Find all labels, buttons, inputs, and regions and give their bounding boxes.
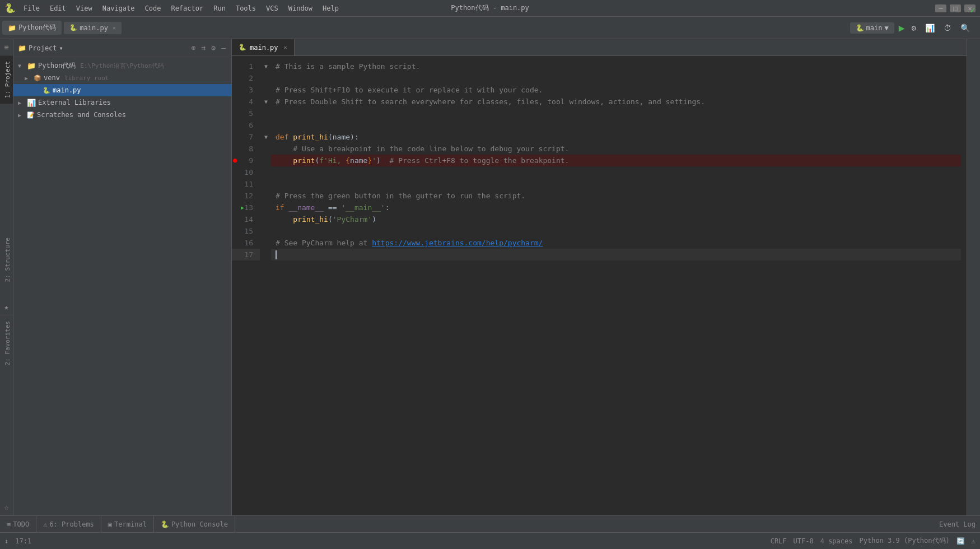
- menu-help[interactable]: Help: [318, 3, 343, 14]
- fstr-brace: {: [346, 155, 350, 166]
- editor-tab-main-label: main.py: [250, 44, 278, 52]
- bottom-tab-python-console[interactable]: 🐍 Python Console: [154, 516, 235, 532]
- build-button[interactable]: ⚙: [909, 21, 918, 35]
- tree-item-root[interactable]: ▼ 📁 Python代码 E:\Python语言\Python代码: [13, 59, 231, 72]
- bottom-tab-todo[interactable]: ≡ TODO: [0, 516, 36, 532]
- code-link-16[interactable]: https://www.jetbrains.com/help/pycharm/: [372, 237, 543, 249]
- status-line-separator[interactable]: CRLF: [771, 537, 787, 545]
- code-line-5: [271, 108, 961, 119]
- panel-title-chevron[interactable]: ▾: [59, 44, 63, 52]
- line-num-16: 16: [232, 237, 260, 249]
- fold-marker-4[interactable]: ▼: [264, 96, 268, 108]
- op-colon: :: [385, 202, 390, 213]
- status-interpreter[interactable]: Python 3.9 (Python代码): [859, 536, 949, 546]
- menu-refactor[interactable]: Refactor: [166, 3, 208, 14]
- line-num-2: 2: [232, 72, 260, 84]
- bottom-toolbar: ≡ TODO ⚠ 6: Problems ▣ Terminal 🐍 Python…: [0, 515, 980, 532]
- menu-navigate[interactable]: Navigate: [98, 3, 139, 14]
- code-line-10: [271, 166, 961, 178]
- code-text-4: # Press Double Shift to search everywher…: [276, 96, 705, 108]
- panel-close-icon[interactable]: —: [220, 43, 227, 53]
- bottom-tab-terminal[interactable]: ▣ Terminal: [101, 516, 154, 532]
- editor-tab-main[interactable]: 🐍 main.py ✕: [232, 39, 295, 55]
- left-tab-favorites[interactable]: 2: Favorites: [0, 315, 13, 371]
- chevron-right-icon: ▶: [25, 75, 31, 81]
- menu-vcs[interactable]: VCS: [262, 3, 283, 14]
- kw-if: if: [276, 202, 288, 213]
- tree-root-label: Python代码: [38, 61, 76, 71]
- file-tab-close[interactable]: ✕: [113, 25, 116, 31]
- fold-marker-7[interactable]: ▼: [264, 131, 268, 143]
- code-line-13: if __name__ == '__main__':: [271, 202, 961, 213]
- code-container[interactable]: 1 2 3 4 5 6 7 8 9 10 11 12 13 14 15 16 1…: [232, 56, 967, 515]
- profile-button[interactable]: ⏱: [941, 21, 954, 35]
- left-icon-structure[interactable]: ≡: [0, 39, 13, 55]
- menu-window[interactable]: Window: [284, 3, 317, 14]
- run-config-icon: 🐍: [856, 24, 864, 32]
- run-config-selector[interactable]: 🐍 main ▼: [850, 22, 894, 34]
- left-icon-star2[interactable]: ☆: [0, 499, 13, 515]
- code-lines[interactable]: ▼ # This is a sample Python script. # Pr…: [271, 56, 961, 515]
- st-pycharm: 'PyCharm': [333, 213, 372, 225]
- nm-name: __name__: [288, 202, 324, 213]
- param-name: name: [333, 131, 350, 143]
- fn-print-hi-call: print_hi: [293, 213, 328, 225]
- menu-code[interactable]: Code: [141, 3, 166, 14]
- coverage-button[interactable]: 📊: [923, 21, 937, 35]
- fold-marker-1[interactable]: ▼: [264, 61, 268, 72]
- panel-header-right: ⊕ ⇉ ⚙ —: [190, 43, 227, 53]
- minimize-button[interactable]: —: [935, 4, 946, 12]
- search-button[interactable]: 🔍: [958, 21, 972, 35]
- fn-print: print: [293, 155, 315, 166]
- panel-collapse-icon[interactable]: ⇉: [200, 43, 207, 53]
- fstr-brace2: }: [367, 155, 372, 166]
- file-tab-main[interactable]: 🐍 main.py ✕: [64, 22, 122, 34]
- code-line-4: ▼ # Press Double Shift to search everywh…: [271, 96, 961, 108]
- menu-view[interactable]: View: [72, 3, 97, 14]
- menu-run[interactable]: Run: [209, 3, 230, 14]
- project-tab[interactable]: 📁 Python代码: [2, 21, 62, 35]
- maximize-button[interactable]: □: [950, 4, 961, 12]
- python-console-icon: 🐍: [161, 520, 169, 528]
- status-scroll-icon[interactable]: ↕: [4, 537, 8, 545]
- code-line-3: # Press Shift+F10 to execute it or repla…: [271, 84, 961, 96]
- gutter-markers: [260, 56, 271, 515]
- left-tab-structure[interactable]: 2: Structure: [0, 232, 13, 287]
- code-line-12: # Press the green button in the gutter t…: [271, 190, 961, 202]
- menu-tools[interactable]: Tools: [231, 3, 260, 14]
- menu-file[interactable]: File: [19, 3, 44, 14]
- status-encoding[interactable]: UTF-8: [794, 537, 814, 545]
- fn-print-hi: print_hi: [293, 131, 328, 143]
- left-icon-star[interactable]: ★: [0, 299, 13, 315]
- bottom-tab-problems[interactable]: ⚠ 6: Problems: [36, 516, 101, 532]
- run-button[interactable]: ▶: [899, 22, 905, 34]
- status-right: CRLF UTF-8 4 spaces Python 3.9 (Python代码…: [771, 536, 976, 546]
- tree-item-main-py[interactable]: 🐍 main.py: [13, 84, 231, 96]
- tree-item-venv[interactable]: ▶ 📦 venv library root: [13, 72, 231, 84]
- line-num-6: 6: [232, 119, 260, 131]
- paren-open: (: [328, 131, 333, 143]
- line-num-14: 14: [232, 213, 260, 225]
- menu-edit[interactable]: Edit: [45, 3, 71, 14]
- editor-tabs-bar: 🐍 main.py ✕ ✓: [232, 39, 967, 56]
- status-position[interactable]: 17:1: [15, 537, 31, 545]
- code-line-16: # See PyCharm help at https://www.jetbra…: [271, 237, 961, 249]
- status-warning-icon: ⚠: [972, 537, 976, 545]
- tree-item-external-libs[interactable]: ▶ 📊 External Libraries: [13, 96, 231, 109]
- code-line-15: [271, 225, 961, 237]
- panel-settings-icon[interactable]: ⚙: [210, 43, 217, 53]
- event-log-label[interactable]: Event Log: [939, 520, 976, 528]
- line-num-9: 9: [232, 155, 260, 166]
- toolbar-right: 🐍 main ▼ ▶ ⚙ 📊 ⏱ 🔍: [850, 21, 978, 35]
- editor-tab-main-close[interactable]: ✕: [284, 44, 287, 50]
- tree-venv-suffix: library root: [64, 75, 109, 82]
- status-indent[interactable]: 4 spaces: [820, 537, 853, 545]
- venv-icon: 📦: [34, 75, 41, 82]
- panel-locate-icon[interactable]: ⊕: [190, 43, 197, 53]
- line-numbers: 1 2 3 4 5 6 7 8 9 10 11 12 13 14 15 16 1…: [232, 56, 260, 515]
- paren-14: (: [328, 213, 333, 225]
- tree-item-scratches[interactable]: ▶ 📝 Scratches and Consoles: [13, 109, 231, 121]
- left-tab-project[interactable]: 1: Project: [0, 55, 13, 104]
- menu-bar: File Edit View Navigate Code Refactor Ru…: [19, 3, 343, 14]
- main-toolbar: 📁 Python代码 🐍 main.py ✕ 🐍 main ▼ ▶ ⚙ 📊 ⏱ …: [0, 17, 980, 39]
